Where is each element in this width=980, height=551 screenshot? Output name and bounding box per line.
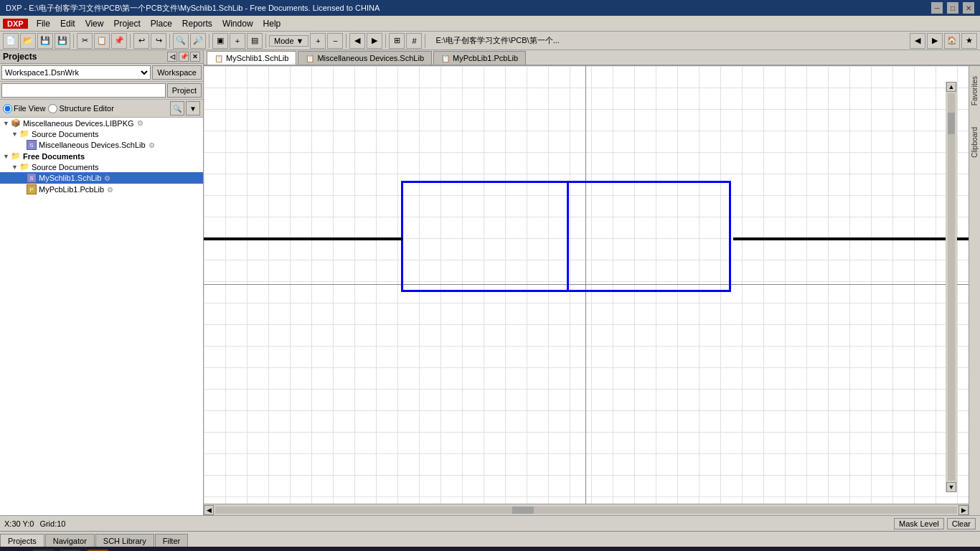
tb-save[interactable]: 💾 [37,33,53,49]
panel-close-button[interactable]: ✕ [190,52,200,62]
tree-item-free-docs[interactable]: ▼ 📁 Free Documents [0,151,203,161]
vi-search-button[interactable]: 🔍 [170,101,184,116]
view-row: File View Structure Editor 🔍 ▼ [0,100,203,118]
bottom-tab-filter[interactable]: Filter [155,534,188,547]
project-button[interactable]: Project [167,83,202,98]
bottom-tab-sch-library[interactable]: SCH Library [95,534,154,547]
tab-myschlib[interactable]: 📋 MySchlib1.SchLib [207,51,296,65]
minimize-button[interactable]: ─ [931,2,943,14]
v-scrollbar: ▲ ▼ [946,82,957,492]
panel-title: Projects [3,52,37,62]
component-divider [567,183,569,290]
workspace-dropdown[interactable]: Workspace1.DsnWrk [1,65,151,80]
clipboard-label[interactable]: Clipboard [971,127,979,158]
panel-header: Projects ◁ 📌 ✕ [0,50,203,64]
h-scroll-left[interactable]: ◀ [204,505,214,515]
menu-window[interactable]: Window [218,17,258,30]
tree-item-misc-schlib[interactable]: ▷ S Miscellaneous Devices.SchLib ⚙ [0,139,203,151]
tb-layers[interactable]: ⊞ [389,33,405,49]
favorites-bar: Favorites Clipboard [969,66,980,515]
favorites-label[interactable]: Favorites [971,76,979,105]
tb-paste[interactable]: 📌 [111,33,127,49]
dxp-logo[interactable]: DXP [3,19,28,29]
tb-more1[interactable]: ▣ [212,33,228,49]
tb-new[interactable]: 📄 [3,33,19,49]
tab-mypcblib-label: MyPcbLib1.PcbLib [453,54,518,62]
tree-item-src-docs-1[interactable]: ▼ 📁 Source Documents [0,128,203,139]
tree-item-misc-libpkg[interactable]: ▼ 📦 Miscellaneous Devices.LIBPKG ⚙ [0,118,203,128]
bottom-tab-projects[interactable]: Projects [0,534,44,547]
wire-left [204,237,403,240]
tb-fwd[interactable]: ▶ [367,33,382,49]
maximize-button[interactable]: □ [947,2,958,14]
project-search-input[interactable] [1,83,166,98]
h-scroll-thumb[interactable] [512,507,534,514]
vi-options-button[interactable]: ▼ [186,101,200,116]
h-scrollbar: ◀ ▶ [204,504,969,515]
tb-copy[interactable]: 📋 [94,33,110,49]
tb-cut[interactable]: ✂ [77,33,93,49]
menu-reports[interactable]: Reports [178,17,217,30]
menu-edit[interactable]: Edit [56,17,80,30]
tb-plus[interactable]: + [310,33,326,49]
tb-zoom-in[interactable]: 🔍 [173,33,189,49]
tb-nav-back[interactable]: ◀ [910,33,925,49]
tb-redo[interactable]: ↪ [151,33,166,49]
tb-back[interactable]: ◀ [349,33,365,49]
toolbar: 📄 📂 💾 💾 ✂ 📋 📌 ↩ ↪ 🔍 🔎 ▣ + ▤ Mode ▼ + − ◀… [0,32,980,50]
tb-minus[interactable]: − [327,33,343,49]
title-bar-controls[interactable]: ─ □ ✕ [931,2,974,14]
tree-item-myschlib[interactable]: ▷ S MySchlib1.SchLib ⚙ [0,172,203,184]
tab-miscdevices[interactable]: 📋 Miscellaneous Devices.SchLib [298,51,432,65]
panel-header-controls[interactable]: ◁ 📌 ✕ [167,52,200,62]
left-panel: Projects ◁ 📌 ✕ Workspace1.DsnWrk Workspa… [0,50,204,515]
clear-button[interactable]: Clear [947,518,976,529]
h-scroll-right[interactable]: ▶ [958,505,969,515]
status-right: Mask Level Clear [894,518,976,529]
menu-view[interactable]: View [81,17,108,30]
project-tree: ▼ 📦 Miscellaneous Devices.LIBPKG ⚙ ▼ 📁 S… [0,118,203,515]
component-box[interactable] [401,181,731,292]
status-left: X:30 Y:0 Grid:10 [4,519,65,528]
menu-place[interactable]: Place [146,17,176,30]
menu-project[interactable]: Project [109,17,144,30]
bottom-tab-navigator[interactable]: Navigator [45,534,95,547]
tb-home[interactable]: 🏠 [944,33,960,49]
workspace-button[interactable]: Workspace [152,65,202,80]
tb-star[interactable]: ★ [961,33,977,49]
tree-item-src-docs-2[interactable]: ▼ 📁 Source Documents [0,161,203,172]
h-scroll-track[interactable] [215,507,957,514]
v-scroll-down[interactable]: ▼ [946,482,956,492]
v-scroll-thumb[interactable] [948,113,955,134]
tb-sep8 [425,34,425,48]
tb-more3[interactable]: ▤ [247,33,263,49]
panel-pin-button[interactable]: 📌 [179,52,189,62]
menu-help[interactable]: Help [259,17,286,30]
coords-display: X:30 Y:0 [4,519,34,528]
menu-bar: DXP File Edit View Project Place Reports… [0,16,980,32]
tb-open[interactable]: 📂 [20,33,36,49]
mode-button[interactable]: Mode ▼ [269,35,308,47]
tab-mypcblib[interactable]: 📋 MyPcbLib1.PcbLib [433,51,526,65]
tb-nav-fwd[interactable]: ▶ [927,33,943,49]
design-canvas[interactable] [204,66,969,504]
bottom-tabs: Projects Navigator SCH Library Filter [0,531,980,547]
menu-file[interactable]: File [32,17,55,30]
tb-zoom-out[interactable]: 🔎 [190,33,206,49]
v-scroll-track[interactable] [948,93,955,481]
tb-grid[interactable]: # [406,33,422,49]
file-view-radio[interactable]: File View [3,104,45,113]
structure-editor-radio[interactable]: Structure Editor [48,104,113,113]
v-scroll-up[interactable]: ▲ [946,82,956,92]
schlib-icon: 📋 [215,55,223,62]
project-row: Project [0,82,203,100]
tree-item-mypcblib[interactable]: ▷ P MyPcbLib1.PcbLib ⚙ [0,184,203,195]
mask-level-button[interactable]: Mask Level [894,518,944,529]
tb-sep3 [169,34,170,48]
panel-float-button[interactable]: ◁ [167,52,177,62]
tb-undo[interactable]: ↩ [133,33,149,49]
close-button[interactable]: ✕ [963,2,974,14]
tb-sep4 [209,34,209,48]
tb-more2[interactable]: + [230,33,245,49]
tb-save2[interactable]: 💾 [55,33,70,49]
